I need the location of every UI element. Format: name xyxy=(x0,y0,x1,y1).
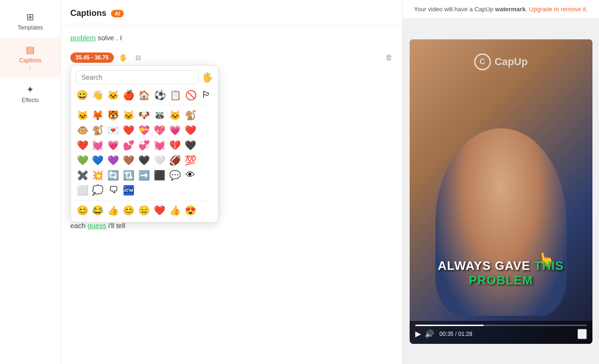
quick-emoji-3[interactable]: 🍎 xyxy=(122,88,135,102)
word-problem: problem xyxy=(70,34,96,42)
emoji-bottom-row: 😊 😂 👍 😊 😑 ❤️ 👍 😍 xyxy=(75,200,213,217)
watermark-bold: watermark xyxy=(495,6,525,13)
sidebar-item-captions[interactable]: ▤ Captions › xyxy=(0,37,60,77)
caption-text-1: problem solve . I xyxy=(70,33,393,44)
quick-emoji-0[interactable]: 😀 xyxy=(75,88,89,102)
sidebar-item-effects[interactable]: ✦ Effects xyxy=(0,77,60,110)
emoji-picker-container: always gave 🖐 😀 👋 🐱 🍎 🏠 ⚽ xyxy=(70,65,393,76)
templates-icon: ⊞ xyxy=(26,11,34,22)
time-separator: / xyxy=(455,331,458,337)
quick-emoji-4[interactable]: 🏠 xyxy=(137,88,151,102)
captions-title: Captions xyxy=(70,8,106,18)
caption-edit-icon[interactable]: ⊟ xyxy=(133,52,144,63)
quick-emoji-5[interactable]: ⚽ xyxy=(153,88,167,102)
caption-always-gave: ALWAYS GAVE xyxy=(438,259,534,273)
word-guess-2: guess xyxy=(88,222,106,230)
capup-logo: C CapUp xyxy=(474,53,528,70)
sidebar: ⊞ Templates ▤ Captions › ✦ Effects xyxy=(0,0,61,364)
quick-emoji-7[interactable]: 🚫 xyxy=(184,88,198,102)
captions-header: Captions AI xyxy=(61,0,402,24)
emoji-grid: 🐱 🦊 🐯 🐱 🐶 🦝 🐱 🐒 🐵 🐒 💌 xyxy=(75,108,213,197)
volume-button[interactable]: 🔊 xyxy=(425,329,434,338)
quick-emoji-8[interactable]: 🏳 xyxy=(200,88,213,102)
time-display: 00:35 / 01:28 xyxy=(440,331,472,337)
capup-icon: C xyxy=(474,53,491,70)
capup-text: CapUp xyxy=(494,56,528,68)
emoji-search-input[interactable] xyxy=(75,70,199,84)
wave-icon[interactable]: 🖐 xyxy=(202,72,213,83)
video-container: C CapUp 👆 ALWAYS GAVE THIS PROBLEM ▶ xyxy=(403,19,599,364)
video-progress-fill xyxy=(415,325,484,326)
sidebar-label-captions: Captions xyxy=(19,57,41,64)
sidebar-label-effects: Effects xyxy=(22,97,38,104)
captions-list: problem solve . I 35.45 - 36.75 🖐 ⊟ 🗑 al… xyxy=(61,24,402,364)
time-badge-2[interactable]: 35.45 - 36.75 xyxy=(70,52,114,63)
video-person xyxy=(435,128,567,316)
caption-block-2: 35.45 - 36.75 🖐 ⊟ 🗑 always gave 🖐 😀 👋 xyxy=(70,52,393,76)
segment-delete-btn[interactable]: 🗑 xyxy=(385,53,393,62)
emoji-quick-row: 😀 👋 🐱 🍎 🏠 ⚽ 📋 🚫 🏳 xyxy=(75,88,213,105)
caption-this: THIS xyxy=(534,259,564,273)
video-caption: ALWAYS GAVE THIS PROBLEM xyxy=(438,259,564,288)
sidebar-item-templates[interactable]: ⊞ Templates xyxy=(0,5,60,37)
video-caption-line2: PROBLEM xyxy=(438,273,564,288)
emoji-grid-container[interactable]: 🐱 🦊 🐯 🐱 🐶 🦝 🐱 🐒 🐵 🐒 💌 xyxy=(75,108,213,197)
quick-emoji-6[interactable]: 📋 xyxy=(169,88,182,102)
time-total: 01:28 xyxy=(458,331,472,337)
captions-arrow: › xyxy=(30,66,31,71)
upgrade-link[interactable]: Upgrade to remove it. xyxy=(529,6,588,13)
segment-header-2: 35.45 - 36.75 🖐 ⊟ 🗑 xyxy=(70,52,393,63)
video-controls: ▶ 🔊 00:35 / 01:28 ⛶ xyxy=(410,321,592,344)
video-frame: C CapUp 👆 ALWAYS GAVE THIS PROBLEM ▶ xyxy=(410,39,592,344)
emoji-picker: 🖐 😀 👋 🐱 🍎 🏠 ⚽ 📋 🚫 🏳 xyxy=(70,65,218,223)
sidebar-label-templates: Templates xyxy=(17,24,43,31)
effects-icon: ✦ xyxy=(26,84,34,95)
video-progress-bar[interactable] xyxy=(415,325,587,326)
watermark-text: Your video will have a CapUp xyxy=(414,6,493,13)
quick-emoji-1[interactable]: 👋 xyxy=(91,88,105,102)
main-content: Captions AI problem solve . I 35.45 - 36… xyxy=(61,0,402,364)
emoji-search-row: 🖐 xyxy=(75,70,213,84)
video-caption-line1: ALWAYS GAVE THIS xyxy=(438,259,564,273)
captions-icon: ▤ xyxy=(26,44,35,55)
time-current: 00:35 xyxy=(440,331,454,337)
quick-emoji-2[interactable]: 🐱 xyxy=(106,88,120,102)
fullscreen-button[interactable]: ⛶ xyxy=(577,329,587,339)
emoji-trigger-icon[interactable]: 🖐 xyxy=(118,52,129,63)
ai-badge: AI xyxy=(111,10,124,17)
video-controls-row: ▶ 🔊 00:35 / 01:28 ⛶ xyxy=(415,329,587,339)
caption-block-1: problem solve . I xyxy=(70,33,393,44)
play-button[interactable]: ▶ xyxy=(415,329,421,338)
watermark-notice: Your video will have a CapUp watermark. … xyxy=(403,0,599,19)
right-panel: Your video will have a CapUp watermark. … xyxy=(402,0,599,364)
